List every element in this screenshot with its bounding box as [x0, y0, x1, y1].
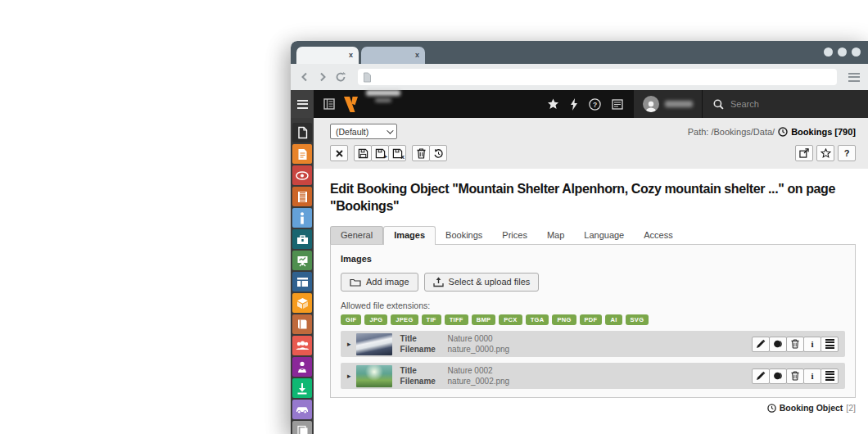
expand-caret-icon[interactable]: ▸ — [347, 372, 351, 380]
bookmark-button[interactable] — [816, 145, 834, 161]
back-icon[interactable] — [299, 71, 310, 83]
tab-general[interactable]: General — [330, 226, 383, 244]
images-panel: Images Add image Select & upload files — [330, 244, 856, 399]
edit-button[interactable] — [752, 368, 770, 384]
window-control-icon[interactable] — [824, 47, 833, 57]
module-toolbox-icon[interactable] — [292, 229, 312, 249]
add-image-button[interactable]: Add image — [341, 273, 418, 292]
module-book-icon[interactable] — [292, 314, 312, 334]
address-input[interactable] — [372, 70, 832, 84]
tab-bookings[interactable]: Bookings — [436, 227, 492, 244]
window-controls[interactable] — [824, 47, 861, 57]
window-control-icon[interactable] — [838, 47, 847, 57]
tab-language[interactable]: Language — [574, 227, 634, 244]
visibility-toggle-icon — [773, 340, 784, 348]
module-rail — [291, 118, 314, 434]
bookmark-star-icon[interactable] — [547, 90, 559, 118]
delete-row-button[interactable] — [786, 368, 804, 384]
browser-tab-active[interactable]: x — [296, 47, 359, 64]
topbar-search[interactable] — [703, 90, 868, 118]
save-new-button[interactable]: + — [371, 145, 389, 161]
save-button[interactable] — [354, 145, 372, 161]
more-options-button[interactable] — [821, 368, 839, 384]
image-row: ▸ Title Filename Nature 0000 nature_0000… — [341, 331, 845, 357]
username-redacted — [665, 101, 693, 107]
modules-menu-icon[interactable] — [291, 90, 314, 118]
trash-icon — [417, 148, 426, 159]
clear-cache-bolt-icon[interactable] — [570, 90, 578, 118]
window-control-icon[interactable] — [852, 47, 861, 57]
module-document-icon[interactable] — [292, 144, 312, 164]
extension-badge: GIF — [341, 314, 361, 326]
module-users-icon[interactable] — [292, 336, 312, 355]
tab-map[interactable]: Map — [537, 227, 574, 244]
app-logo-icon[interactable] — [343, 90, 359, 118]
extension-badge: TIFF — [445, 314, 468, 326]
close-button[interactable] — [330, 145, 348, 161]
module-page-icon[interactable] — [292, 123, 312, 142]
browser-toolbar — [291, 64, 868, 90]
image-thumbnail[interactable] — [356, 333, 392, 355]
expand-caret-icon[interactable]: ▸ — [347, 340, 351, 348]
extension-badge: PNG — [552, 314, 576, 326]
tab-close-icon[interactable]: x — [415, 52, 419, 59]
desktop: x x — [0, 0, 868, 434]
extension-badge: SVG — [626, 314, 649, 326]
module-car-icon[interactable] — [292, 400, 312, 419]
delete-button[interactable] — [412, 145, 430, 161]
module-pages-icon[interactable] — [292, 421, 312, 434]
module-filmstrip-icon[interactable] — [292, 187, 312, 206]
pencil-icon — [756, 339, 766, 349]
hide-toggle-button[interactable] — [769, 368, 787, 384]
extension-badge: JPEG — [391, 314, 418, 326]
tab-prices[interactable]: Prices — [492, 227, 537, 244]
module-eye-icon[interactable] — [292, 165, 312, 185]
forward-icon[interactable] — [317, 71, 328, 83]
browser-window: x x — [291, 41, 868, 434]
help-button[interactable]: ? — [838, 145, 856, 161]
search-input[interactable] — [730, 99, 845, 109]
record-clock-icon — [778, 127, 788, 137]
image-title: Nature 0002 — [448, 365, 510, 376]
undo-button[interactable] — [429, 145, 447, 161]
edit-button[interactable] — [752, 337, 770, 352]
info-button[interactable]: i — [803, 337, 821, 352]
info-button[interactable]: i — [803, 368, 821, 384]
page-icon — [363, 72, 372, 83]
record-tabs: General Images Bookings Prices Map Langu… — [330, 226, 856, 244]
close-icon — [336, 150, 343, 157]
module-layout-icon[interactable] — [292, 272, 312, 292]
image-thumbnail[interactable] — [356, 365, 392, 387]
record-type-select[interactable]: (Default) — [330, 124, 397, 139]
user-menu[interactable] — [634, 90, 702, 118]
extension-badge: PDF — [580, 314, 603, 326]
tab-images[interactable]: Images — [383, 226, 436, 245]
browser-menu-icon[interactable] — [848, 73, 860, 82]
image-filename: nature_0000.png — [448, 344, 510, 355]
more-options-button[interactable] — [821, 337, 839, 352]
reload-icon[interactable] — [335, 71, 346, 83]
delete-row-button[interactable] — [786, 337, 804, 352]
save-close-button[interactable]: x — [388, 145, 406, 161]
extension-badge: BMP — [472, 314, 496, 326]
hide-toggle-button[interactable] — [769, 337, 787, 352]
browser-tab-inactive[interactable]: x — [361, 47, 425, 64]
module-info-icon[interactable] — [292, 208, 312, 228]
title-label: Title — [400, 333, 448, 344]
tab-close-icon[interactable]: x — [349, 52, 353, 59]
doc-header: (Default) Path: /Bookings/Data/ Bookings… — [314, 118, 868, 169]
tab-access[interactable]: Access — [634, 227, 682, 244]
help-icon[interactable]: ? — [589, 90, 601, 118]
undo-history-icon — [433, 148, 444, 159]
address-bar[interactable] — [358, 69, 837, 85]
info-icon: i — [811, 372, 813, 381]
module-list-icon[interactable] — [323, 90, 335, 118]
system-info-icon[interactable] — [612, 90, 623, 118]
module-download-icon[interactable] — [292, 378, 312, 398]
module-presentation-icon[interactable] — [292, 251, 312, 270]
module-box-icon[interactable] — [292, 293, 312, 313]
upload-files-button[interactable]: Select & upload files — [424, 273, 540, 292]
module-person-icon[interactable] — [292, 357, 312, 377]
view-webpage-button[interactable] — [795, 145, 813, 161]
record-count: [2] — [846, 403, 856, 413]
